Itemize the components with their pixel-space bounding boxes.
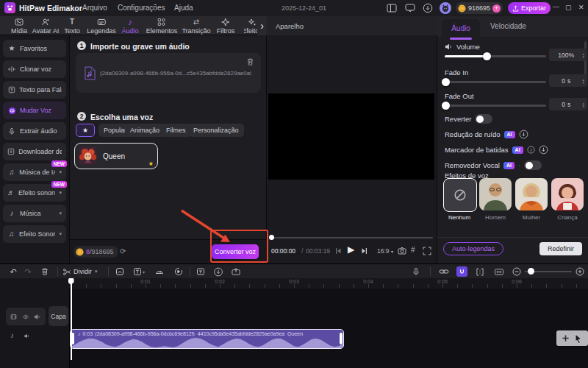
playhead-line[interactable] — [71, 284, 72, 360]
sidebar-item-musica-de-ia[interactable]: ♫ Música de IA NEW ▾ — [3, 163, 66, 181]
tab-audio[interactable]: ♪ Áudio — [121, 18, 138, 35]
category-tab-personalizacao[interactable]: Personalização — [188, 124, 244, 137]
audio-clip[interactable]: ♪ 0:03 (2da08309-a998-466b-956a-0dcbc69e… — [70, 329, 344, 349]
clip-right-handle[interactable] — [340, 333, 343, 344]
render-preview-icon[interactable] — [174, 264, 183, 279]
layout-panels-icon[interactable] — [387, 4, 397, 13]
tab-texto[interactable]: T Texto — [64, 18, 80, 35]
timeline-zoom-knob[interactable] — [528, 268, 534, 275]
sidebar-item-efeito-sonoro-ia[interactable]: ♬ Efeito sonoro... NEW ▾ — [3, 184, 66, 202]
sidebar-item-clonar-voz[interactable]: Clonar voz — [3, 60, 66, 78]
mask-icon[interactable] — [115, 264, 124, 279]
download-model-icon[interactable] — [539, 145, 548, 155]
chevron-down-icon[interactable]: ▾ — [59, 231, 62, 237]
stepper-icons[interactable]: ▴▾ — [582, 102, 584, 107]
snapshot-icon[interactable] — [398, 247, 406, 255]
maximize-button[interactable]: ▢ — [565, 4, 572, 11]
tab-elementos[interactable]: Elementos — [146, 18, 178, 35]
hide-track-icon[interactable] — [22, 314, 29, 320]
category-tab-filmes[interactable]: Filmes — [161, 124, 191, 137]
sidebar-item-texto-para-fala[interactable]: Texto para Fala — [3, 81, 66, 99]
volume-slider[interactable] — [445, 55, 546, 57]
download-model-icon[interactable] — [519, 130, 528, 139]
redo-icon[interactable]: ↷ — [24, 264, 31, 279]
text-template-icon[interactable] — [196, 264, 205, 279]
seek-knob[interactable] — [269, 235, 274, 240]
voice-card-queen[interactable]: Queen ★ — [74, 143, 158, 169]
video-viewport[interactable] — [268, 93, 434, 180]
nav-more-chevron-icon[interactable]: › — [257, 16, 267, 35]
safe-grid-icon[interactable]: # — [411, 246, 415, 254]
chevron-down-icon[interactable]: ▾ — [59, 210, 62, 216]
stepper-icons[interactable]: ▴▾ — [582, 52, 584, 58]
link-clips-icon[interactable] — [439, 264, 449, 279]
delete-icon[interactable] — [41, 264, 49, 279]
voice-effect-homem[interactable] — [479, 178, 512, 210]
film-icon[interactable] — [10, 314, 17, 320]
auto-captions-button[interactable]: Auto-legendas — [443, 242, 503, 255]
scissors-icon[interactable] — [63, 264, 71, 279]
fade-out-slider-knob[interactable] — [442, 102, 450, 110]
reset-button[interactable]: Redefinir — [539, 242, 582, 255]
tab-legendas[interactable]: Legendas — [87, 18, 116, 35]
tab-speed-properties[interactable]: Velocidade — [490, 22, 526, 30]
user-avatar[interactable] — [440, 2, 451, 14]
export-frame-icon[interactable] — [232, 264, 241, 279]
sidebar-item-musica[interactable]: ♪ Música ▾ — [3, 205, 66, 222]
download-icon[interactable] — [423, 3, 433, 13]
aspect-ratio-selector[interactable]: 16:9 ▾ — [377, 247, 393, 255]
mute-track-icon[interactable] — [34, 314, 41, 320]
menu-arquivo[interactable]: Arquivo — [82, 4, 107, 12]
feedback-icon[interactable] — [405, 4, 415, 13]
record-voiceover-icon[interactable] — [412, 264, 420, 279]
refresh-icon[interactable]: ⟳ — [120, 247, 126, 255]
stepper-icons[interactable]: ▴▾ — [582, 78, 584, 84]
add-credits-button[interactable]: + — [492, 4, 501, 13]
tab-audio-properties[interactable]: Áudio — [442, 19, 480, 37]
chevron-down-icon[interactable]: ▾ — [95, 269, 98, 275]
export-button[interactable]: Exportar — [508, 2, 551, 14]
sidebar-item-favoritos[interactable]: ★ Favoritos — [3, 40, 66, 57]
chevron-down-icon[interactable]: ▾ — [59, 190, 62, 196]
volume-value-box[interactable]: 100% ▴▾ — [549, 49, 587, 61]
tab-avatar-ai[interactable]: Avatar AI — [32, 18, 59, 35]
chevron-down-icon[interactable]: ▾ — [59, 169, 62, 175]
tab-filtros[interactable]: Filtros — [217, 18, 235, 35]
sidebar-item-extrair-audio[interactable]: Extrair áudio — [3, 122, 66, 140]
clip-left-handle[interactable] — [71, 333, 74, 344]
fade-in-slider-knob[interactable] — [442, 78, 450, 86]
fade-out-slider[interactable] — [445, 105, 546, 107]
menu-configuracoes[interactable]: Configurações — [118, 4, 165, 12]
tab-midia[interactable]: Mídia — [11, 18, 27, 35]
timeline-ruler[interactable]: 0:01 0:02 0:03 0:04 0:05 0:06 — [0, 278, 588, 289]
audio-track-speaker-icon[interactable] — [24, 333, 31, 339]
split-button-label[interactable]: Dividir — [74, 268, 92, 275]
volume-slider-knob[interactable] — [483, 52, 491, 60]
speed-icon[interactable] — [155, 264, 164, 279]
tab-transicao[interactable]: ⇄ Transição — [182, 18, 210, 35]
zoom-in-icon[interactable] — [576, 264, 584, 279]
sidebar-item-efeito-sonoro[interactable]: ♫ Efeito Sonoro ▾ — [3, 225, 66, 243]
download-icon[interactable] — [214, 264, 223, 279]
reverse-toggle[interactable] — [475, 114, 492, 124]
voice-effect-mulher[interactable] — [515, 178, 548, 210]
play-button[interactable]: ▶ — [348, 244, 354, 255]
voice-effect-nenhum[interactable] — [443, 178, 477, 212]
vocal-remover-toggle[interactable] — [524, 160, 542, 170]
fade-in-value-box[interactable]: 0 s ▴▾ — [549, 74, 587, 87]
minimize-button[interactable]: — — [553, 3, 559, 10]
delete-file-icon[interactable] — [246, 57, 254, 66]
category-tab-animacao[interactable]: Animação — [125, 124, 165, 137]
info-icon[interactable] — [527, 146, 535, 154]
fade-in-slider[interactable] — [445, 81, 546, 83]
menu-ajuda[interactable]: Ajuda — [174, 4, 193, 12]
fullscreen-icon[interactable] — [423, 247, 431, 255]
favorite-star-icon[interactable]: ★ — [148, 160, 154, 167]
undo-icon[interactable]: ↶ — [10, 264, 16, 279]
magnet-snap-toggle[interactable] — [456, 266, 467, 277]
sidebar-item-mudar-voz[interactable]: Mudar Voz — [3, 102, 66, 119]
zoom-out-icon[interactable] — [512, 264, 521, 279]
prev-frame-button[interactable] — [334, 247, 342, 255]
fade-out-value-box[interactable]: 0 s ▴▾ — [549, 98, 587, 110]
category-tab-favorites[interactable]: ★ — [76, 124, 95, 137]
